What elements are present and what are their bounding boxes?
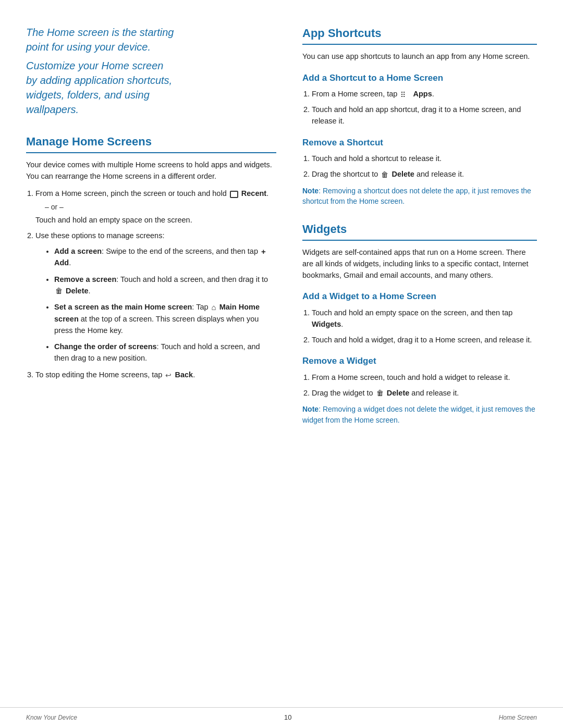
app-shortcuts-intro: You can use app shortcuts to launch an a… [302, 51, 537, 63]
shortcut-note-label: Note [302, 187, 319, 195]
remove-widget-heading: Remove a Widget [302, 355, 537, 368]
remove-widget-steps: From a Home screen, touch and hold a wid… [302, 372, 537, 399]
app-shortcuts-heading: App Shortcuts [302, 25, 537, 45]
widgets-section: Widgets Widgets are self-contained apps … [302, 221, 537, 425]
manage-step1b-text: Touch and hold an empty space on the scr… [35, 216, 192, 224]
remove-shortcut-heading: Remove a Shortcut [302, 137, 537, 150]
widgets-intro: Widgets are self-contained apps that run… [302, 247, 537, 281]
delete-icon-shortcut: 🗑 [381, 169, 388, 180]
bullet-add-screen: Add a screen: Swipe to the end of the sc… [54, 246, 276, 269]
add-widget-step2: Touch and hold a widget, drag it to a Ho… [312, 335, 537, 346]
back-icon: ↩ [165, 370, 172, 381]
manage-step1-bold: Recent [241, 189, 266, 198]
or-separator: – or – [45, 202, 276, 213]
bullet4-bold: Change the order of screens [54, 342, 157, 351]
footer-page-number: 10 [284, 713, 291, 723]
add-icon: + [261, 246, 266, 258]
add-widget-step1-bold: Widgets [312, 320, 341, 328]
manage-steps: From a Home screen, pinch the screen or … [26, 188, 276, 380]
widgets-heading: Widgets [302, 221, 537, 241]
bullet2-text: : Touch and hold a screen, and then drag… [116, 275, 268, 283]
shortcut-note: Note: Removing a shortcut does not delet… [302, 186, 537, 207]
remove-widget-step2-bold: Delete [387, 389, 410, 397]
widget-note-text: : Removing a widget does not delete the … [302, 405, 535, 424]
bullet-main-screen: Set a screen as the main Home screen: Ta… [54, 302, 276, 336]
remove-widget-step2-text: Drag the widget to [312, 389, 373, 397]
add-shortcut-step1-bold: Apps [413, 90, 432, 98]
remove-shortcut-steps: Touch and hold a shortcut to release it.… [302, 153, 537, 180]
add-shortcut-steps: From a Home screen, tap Apps. Touch and … [302, 89, 537, 127]
bullet2-bold: Remove a screen [54, 275, 116, 283]
bullet1-text: : Swipe to the end of the screens, and t… [102, 247, 258, 255]
bullet-remove-screen: Remove a screen: Touch and hold a screen… [54, 274, 276, 297]
bullet2-delete: Delete [66, 287, 89, 295]
manage-step2: Use these options to manage screens: Add… [35, 230, 276, 364]
bullet1-bold: Add a screen [54, 247, 102, 255]
footer-right: Home Screen [499, 713, 537, 722]
widget-note-label: Note [302, 405, 319, 413]
bullet1-add: Add [54, 258, 69, 267]
intro-customize-4: wallpapers. [26, 104, 79, 115]
manage-step2-text: Use these options to manage screens: [35, 231, 164, 240]
recent-icon [230, 191, 238, 198]
add-shortcut-step2: Touch and hold an app shortcut, drag it … [312, 104, 537, 127]
manage-intro: Your device comes with multiple Home scr… [26, 159, 276, 182]
bullet3-bold: Set a screen as the main Home screen [54, 303, 192, 311]
manage-step3: To stop editing the Home screens, tap ↩ … [35, 369, 276, 381]
widget-note: Note: Removing a widget does not delete … [302, 404, 537, 425]
remove-shortcut-step1: Touch and hold a shortcut to release it. [312, 153, 537, 165]
manage-step1: From a Home screen, pinch the screen or … [35, 188, 276, 226]
bullet-change-order: Change the order of screens: Touch and h… [54, 341, 276, 364]
right-column: App Shortcuts You can use app shortcuts … [302, 25, 537, 665]
add-shortcut-step1: From a Home screen, tap Apps. [312, 89, 537, 100]
add-widget-step1: Touch and hold an empty space on the scr… [312, 307, 537, 330]
manage-step3-bold: Back [175, 371, 193, 379]
remove-widget-step2: Drag the widget to 🗑 Delete and release … [312, 388, 537, 399]
add-widget-heading: Add a Widget to a Home Screen [302, 290, 537, 303]
add-shortcut-heading: Add a Shortcut to a Home Screen [302, 72, 537, 85]
intro-customize: Customize your Home screen by adding app… [26, 58, 276, 117]
intro-customize-2: by adding application shortcuts, [26, 75, 172, 86]
manage-step1-text: From a Home screen, pinch the screen or … [35, 189, 227, 198]
footer: Know Your Device 10 Home Screen [0, 707, 563, 728]
delete-icon: 🗑 [55, 286, 63, 297]
intro-line1: The Home screen is the starting point fo… [26, 25, 276, 54]
remove-shortcut-step2: Drag the shortcut to 🗑 Delete and releas… [312, 169, 537, 180]
home-icon: ⌂ [212, 302, 216, 314]
manage-step3-text: To stop editing the Home screens, tap [35, 371, 162, 379]
content-area: The Home screen is the starting point fo… [0, 0, 563, 707]
add-shortcut-step1-text: From a Home screen, tap [312, 90, 397, 98]
manage-bullet-list: Add a screen: Swipe to the end of the sc… [44, 246, 276, 364]
add-widget-step1-text: Touch and hold an empty space on the scr… [312, 309, 512, 317]
intro-customize-3: widgets, folders, and using [26, 89, 150, 101]
left-column: The Home screen is the starting point fo… [26, 25, 276, 665]
intro-text-line2: point for using your device. [26, 41, 151, 53]
add-widget-steps: Touch and hold an empty space on the scr… [302, 307, 537, 346]
apps-icon [400, 90, 410, 99]
remove-widget-step1: From a Home screen, touch and hold a wid… [312, 372, 537, 384]
remove-widget-step2b: and release it. [411, 389, 459, 397]
bullet3-text: : Tap [192, 303, 208, 311]
shortcut-note-text: : Removing a shortcut does not delete th… [302, 187, 531, 205]
bullet3b-text: at the top of a screen. This screen disp… [54, 315, 259, 335]
remove-shortcut-step2-bold: Delete [391, 170, 414, 178]
delete-icon-widget: 🗑 [376, 388, 384, 399]
remove-shortcut-step2-text: Drag the shortcut to [312, 170, 378, 178]
manage-heading: Manage Home Screens [26, 133, 276, 153]
intro-text-line1: The Home screen is the starting [26, 27, 174, 38]
page: The Home screen is the starting point fo… [0, 0, 563, 728]
footer-left: Know Your Device [26, 713, 77, 722]
intro-customize-1: Customize your Home screen [26, 60, 163, 71]
remove-shortcut-step2b: and release it. [417, 170, 464, 178]
